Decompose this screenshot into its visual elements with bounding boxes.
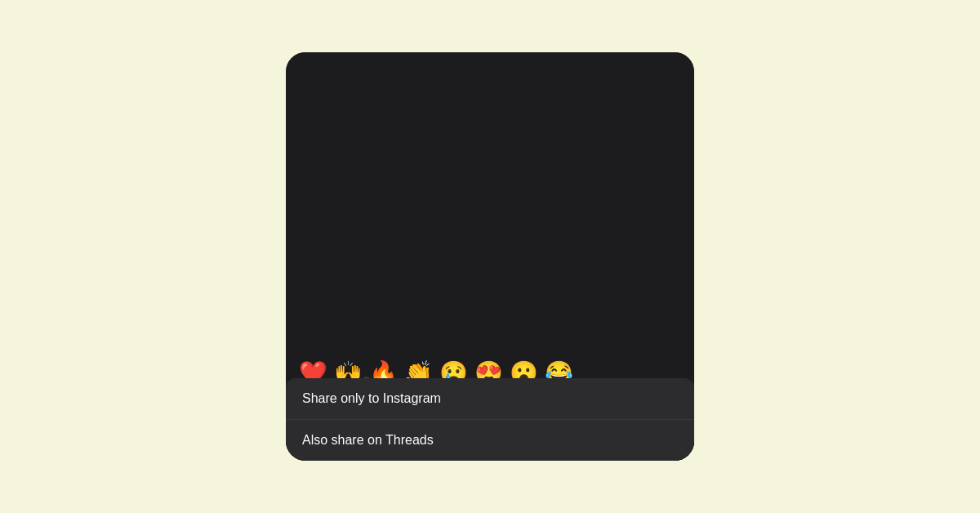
dropdown-item-threads[interactable]: Also share on Threads [286,420,694,461]
dropdown-item-instagram[interactable]: Share only to Instagram [286,378,694,420]
phone-container: ❤️ 🙌 🔥 👏 😢 😍 😮 😂 Follow @alex193a on Thr… [286,52,694,461]
share-dropdown: Share only to Instagram Also share on Th… [286,378,694,461]
top-area [286,52,694,355]
